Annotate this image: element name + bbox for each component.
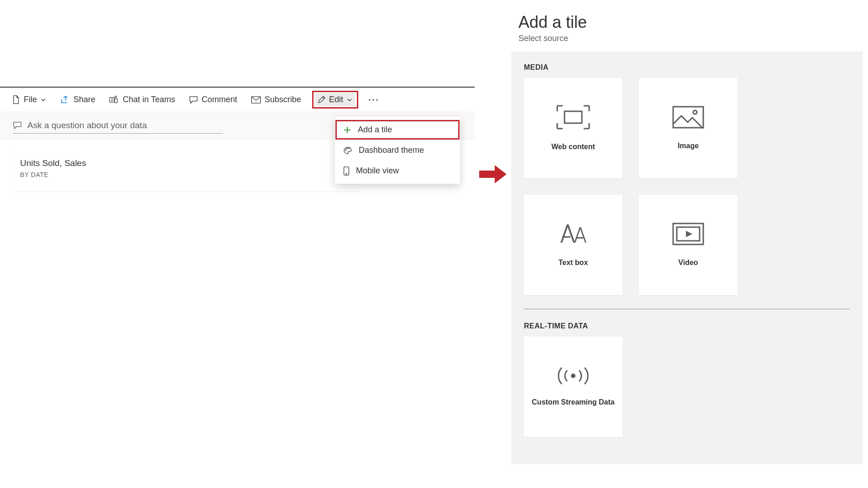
edit-menu[interactable]: Edit	[314, 93, 355, 106]
file-icon	[12, 95, 20, 104]
divider	[524, 309, 850, 309]
tile-option-video[interactable]: Video	[639, 195, 737, 295]
tile-subtitle: BY DATE	[20, 171, 350, 178]
panel-title: Add a tile	[518, 13, 855, 32]
dashboard-tile[interactable]: Units Sold, Sales BY DATE	[12, 151, 359, 191]
tile-option-text-box[interactable]: Text box	[524, 195, 622, 295]
share-icon	[60, 95, 70, 104]
svg-point-3	[369, 99, 370, 100]
comment-button[interactable]: Comment	[186, 93, 240, 106]
teams-icon	[109, 95, 119, 104]
pencil-icon	[317, 96, 325, 104]
web-content-icon	[556, 105, 590, 130]
menu-item-mobile-view[interactable]: Mobile view	[335, 161, 460, 181]
svg-rect-11	[565, 111, 582, 123]
tile-option-web-content[interactable]: Web content	[524, 78, 622, 178]
menu-item-dashboard-theme[interactable]: Dashboard theme	[335, 140, 460, 161]
add-tile-panel: Add a tile Select source MEDIA Web conte…	[511, 9, 863, 464]
comment-icon	[13, 121, 22, 130]
realtime-tile-grid: Custom Streaming Data	[524, 337, 850, 437]
more-options-button[interactable]	[366, 96, 381, 104]
svg-point-4	[372, 99, 374, 100]
svg-point-8	[349, 148, 350, 149]
dashboard-theme-label: Dashboard theme	[359, 145, 424, 155]
chat-in-teams-button[interactable]: Chat in Teams	[106, 93, 178, 106]
media-tile-grid: Web content Image Text box Video	[524, 78, 850, 295]
annotation-arrow-icon	[479, 164, 507, 184]
subscribe-label: Subscribe	[265, 95, 301, 104]
tile-option-label: Text box	[559, 258, 588, 268]
svg-rect-2	[251, 96, 261, 103]
panel-subtitle: Select source	[518, 34, 855, 43]
section-media-label: MEDIA	[524, 63, 850, 72]
menu-item-add-tile[interactable]: Add a tile	[335, 119, 460, 140]
edit-label: Edit	[329, 95, 343, 104]
tile-option-label: Custom Streaming Data	[532, 398, 614, 407]
plus-icon	[343, 126, 351, 134]
file-label: File	[24, 95, 37, 104]
edit-highlight: Edit	[312, 91, 358, 109]
text-box-icon	[557, 223, 590, 245]
mobile-view-label: Mobile view	[356, 166, 399, 176]
palette-icon	[343, 146, 352, 155]
video-icon	[672, 223, 704, 245]
svg-point-6	[345, 150, 346, 151]
share-button[interactable]: Share	[57, 93, 98, 106]
tile-title: Units Sold, Sales	[20, 158, 350, 168]
subscribe-button[interactable]: Subscribe	[248, 93, 304, 106]
comment-label: Comment	[202, 95, 237, 104]
panel-body: MEDIA Web content Image Text box Video R…	[511, 52, 863, 464]
tile-option-label: Video	[678, 258, 698, 268]
dashboard-toolbar: File Share Chat in Teams Comment Subscri…	[0, 88, 475, 112]
tile-option-image[interactable]: Image	[639, 78, 737, 178]
streaming-icon	[554, 367, 593, 385]
image-icon	[672, 106, 704, 129]
tile-option-label: Web content	[551, 142, 595, 152]
chat-label: Chat in Teams	[123, 95, 175, 104]
file-menu[interactable]: File	[9, 93, 49, 106]
comment-icon	[189, 96, 198, 104]
edit-dropdown: Add a tile Dashboard theme Mobile view	[335, 117, 460, 184]
svg-point-1	[115, 96, 117, 98]
share-label: Share	[73, 95, 95, 104]
qna-input[interactable]: Ask a question about your data	[13, 120, 223, 134]
svg-point-10	[346, 173, 347, 174]
ellipsis-icon	[368, 98, 378, 102]
tile-option-streaming-data[interactable]: Custom Streaming Data	[524, 337, 622, 437]
chevron-down-icon	[347, 97, 352, 103]
section-realtime-label: REAL-TIME DATA	[524, 322, 850, 330]
svg-point-7	[346, 148, 347, 149]
chevron-down-icon	[41, 97, 46, 103]
qna-placeholder: Ask a question about your data	[27, 120, 147, 130]
svg-point-13	[693, 110, 697, 114]
panel-header: Add a tile Select source	[511, 9, 863, 52]
svg-point-5	[376, 99, 377, 100]
add-tile-label: Add a tile	[358, 125, 392, 135]
mail-icon	[251, 96, 261, 104]
tile-option-label: Image	[678, 141, 699, 151]
svg-point-16	[571, 374, 575, 378]
mobile-icon	[343, 166, 350, 176]
